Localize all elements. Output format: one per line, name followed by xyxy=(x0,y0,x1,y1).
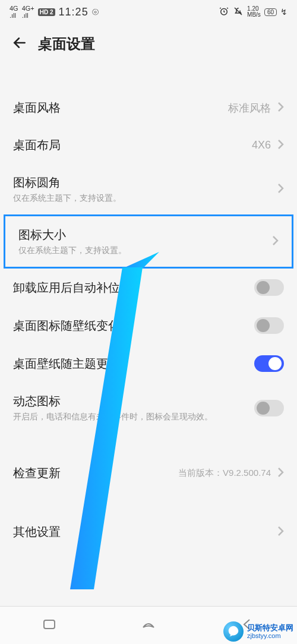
nav-home-icon[interactable] xyxy=(140,615,157,636)
watermark: 贝斯特安卓网 zjbstyy.com xyxy=(220,619,297,644)
value: 4X6 xyxy=(252,139,271,151)
toggle-dynamic-icon[interactable] xyxy=(254,400,284,416)
row-icon-corner[interactable]: 图标圆角 仅在系统主题下，支持设置。 xyxy=(0,164,297,214)
net-speed: 1.20MB/s xyxy=(247,6,261,18)
page-title: 桌面设置 xyxy=(38,34,95,53)
chevron-right-icon xyxy=(271,235,279,249)
alarm-icon xyxy=(219,6,229,18)
row-check-update[interactable]: 检查更新 当前版本：V9.2.500.74 xyxy=(0,454,297,492)
chevron-right-icon xyxy=(277,101,284,115)
row-other-settings[interactable]: 其他设置 xyxy=(0,513,297,551)
charging-icon: ↯ xyxy=(280,7,287,17)
chevron-right-icon xyxy=(277,138,284,153)
settings-list: 桌面风格 标准风格 桌面布局 4X6 图标圆角 仅在系统主题下，支持设置。 图标… xyxy=(0,68,297,551)
toggle-autofill[interactable] xyxy=(254,279,284,296)
value: 标准风格 xyxy=(228,101,271,115)
hd-badge: HD 2 xyxy=(38,8,55,16)
mute-icon xyxy=(233,6,244,18)
status-left: 4G.ıll 4G+.ıll HD 2 11:25 ⦾ xyxy=(10,5,99,19)
label: 动态图标 xyxy=(13,393,213,409)
nfc-icon: ⦾ xyxy=(92,7,99,17)
label: 其他设置 xyxy=(13,524,61,540)
clock: 11:25 xyxy=(59,6,89,18)
label: 桌面风格 xyxy=(13,100,61,116)
label: 图标圆角 xyxy=(13,175,121,191)
signal-2: 4G+.ıll xyxy=(22,5,34,19)
chevron-right-icon xyxy=(277,525,284,539)
toggle-icon-wallpaper[interactable] xyxy=(254,317,284,334)
row-wallpaper-theme: 桌面壁纸随主题更换 xyxy=(0,345,297,383)
value: 当前版本：V9.2.500.74 xyxy=(178,468,271,479)
label: 检查更新 xyxy=(13,465,61,481)
chevron-right-icon xyxy=(277,466,284,481)
row-icon-wallpaper: 桌面图标随壁纸变化 xyxy=(0,307,297,345)
chevron-right-icon xyxy=(277,182,284,197)
signal-1: 4G.ıll xyxy=(10,5,18,19)
header: 桌面设置 xyxy=(0,24,297,68)
toggle-wallpaper-theme[interactable] xyxy=(254,355,284,372)
label: 桌面布局 xyxy=(13,137,61,153)
battery-icon: 60 xyxy=(264,8,277,16)
svg-rect-3 xyxy=(44,620,55,629)
nav-recent-icon[interactable] xyxy=(40,615,58,636)
row-desktop-layout[interactable]: 桌面布局 4X6 xyxy=(0,127,297,164)
label: 桌面图标随壁纸变化 xyxy=(13,318,120,334)
row-dynamic-icon: 动态图标 开启后，电话和信息有未读事件时，图标会呈现动效。 xyxy=(0,383,297,433)
sublabel: 开启后，电话和信息有未读事件时，图标会呈现动效。 xyxy=(13,412,213,422)
status-bar: 4G.ıll 4G+.ıll HD 2 11:25 ⦾ 1.20MB/s 60 … xyxy=(0,0,297,24)
watermark-logo-icon xyxy=(223,621,244,642)
status-right: 1.20MB/s 60 ↯ xyxy=(219,6,287,18)
row-icon-size[interactable]: 图标大小 仅在系统主题下，支持设置。 xyxy=(4,214,293,269)
watermark-brand: 贝斯特安卓网 xyxy=(247,624,293,632)
sublabel: 仅在系统主题下，支持设置。 xyxy=(13,193,121,204)
back-icon[interactable] xyxy=(12,35,27,53)
label: 卸载应用后自动补位 xyxy=(13,280,120,296)
watermark-url: zjbstyy.com xyxy=(247,632,293,639)
label: 图标大小 xyxy=(18,227,127,243)
label: 桌面壁纸随主题更换 xyxy=(13,356,120,372)
row-autofill: 卸载应用后自动补位 xyxy=(0,269,297,307)
row-desktop-style[interactable]: 桌面风格 标准风格 xyxy=(0,89,297,127)
sublabel: 仅在系统主题下，支持设置。 xyxy=(18,245,127,256)
